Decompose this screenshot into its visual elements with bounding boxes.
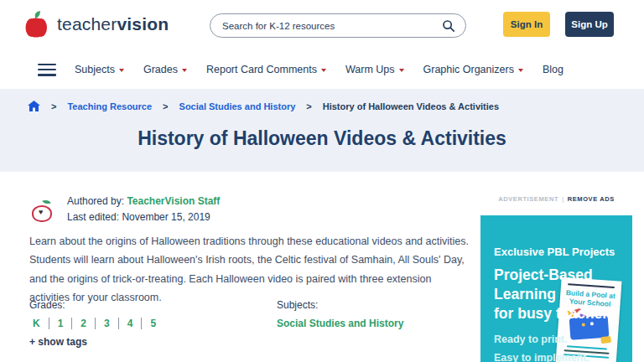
- nav-warm-ups[interactable]: Warm Ups: [345, 64, 404, 75]
- chevron-down-icon: [399, 69, 404, 72]
- breadcrumb-separator: >: [51, 101, 56, 111]
- pbl-ad-banner[interactable]: Exclusive PBL Projects Project-Based Lea…: [480, 215, 632, 362]
- breadcrumb-separator: >: [306, 101, 311, 111]
- grades-label: Grades:: [29, 299, 164, 311]
- brand-text: teachervision: [57, 14, 169, 34]
- grade-link[interactable]: 3: [95, 318, 118, 329]
- breadcrumb-separator: >: [163, 101, 168, 111]
- nav-report-card-comments[interactable]: Report Card Comments: [206, 64, 326, 75]
- author-link[interactable]: TeacherVision Staff: [127, 195, 220, 207]
- main-nav: Subjects Grades Report Card Comments War…: [0, 50, 644, 89]
- grade-link[interactable]: 2: [71, 318, 95, 329]
- hero-band: > Teaching Resource > Social Studies and…: [0, 89, 644, 172]
- breadcrumb-link-teaching-resource[interactable]: Teaching Resource: [67, 101, 152, 111]
- page: teachervision Sign In Sign Up Subjects G…: [0, 0, 644, 362]
- search-input[interactable]: [222, 21, 442, 31]
- breadcrumb-current: History of Halloween Videos & Activities: [323, 101, 499, 111]
- logo[interactable]: teachervision: [23, 8, 169, 40]
- subject-link[interactable]: Social Studies and History: [277, 318, 403, 329]
- ad-eyebrow: Exclusive PBL Projects: [494, 246, 615, 258]
- nav-subjects[interactable]: Subjects: [75, 64, 124, 75]
- sign-up-button[interactable]: Sign Up: [565, 12, 614, 37]
- sign-in-button[interactable]: Sign In: [503, 12, 550, 37]
- show-tags-toggle[interactable]: + show tags: [29, 336, 87, 348]
- grades-list: K 1 2 3 4 5: [29, 318, 164, 329]
- grade-link[interactable]: K: [29, 318, 49, 329]
- apple-logo-icon: [23, 8, 50, 40]
- ad-line-2: Easy to implement.: [494, 352, 589, 362]
- grades-block: Grades: K 1 2 3 4 5: [29, 299, 164, 329]
- search-icon[interactable]: [442, 19, 455, 33]
- nav-grades[interactable]: Grades: [143, 64, 187, 75]
- grade-link[interactable]: 1: [49, 318, 72, 329]
- ad-line-1: Ready to print.: [494, 334, 568, 345]
- search-bar: [210, 13, 466, 38]
- nav-graphic-organizers[interactable]: Graphic Organizers: [423, 64, 523, 75]
- authored-by-line: Authored by: TeacherVision Staff: [67, 194, 220, 209]
- home-icon[interactable]: [28, 101, 40, 112]
- breadcrumb-link-social-studies[interactable]: Social Studies and History: [179, 101, 296, 111]
- ad-meta-row: ADVERTISEMENT|REMOVE ADS: [480, 195, 632, 203]
- advertisement-label: ADVERTISEMENT: [498, 195, 558, 203]
- last-edited-line: Last edited: November 15, 2019: [67, 209, 220, 225]
- description-text: Learn about the origins of Halloween tra…: [29, 232, 474, 308]
- grade-link[interactable]: 4: [118, 318, 142, 329]
- ad-headline: Project-Based Learning for busy teachers: [494, 266, 616, 323]
- page-title: History of Halloween Videos & Activities: [0, 127, 644, 150]
- nav-blog[interactable]: Blog: [543, 64, 564, 75]
- chevron-down-icon: [182, 69, 187, 72]
- subjects-label: Subjects:: [277, 299, 403, 311]
- subjects-block: Subjects: Social Studies and History: [277, 299, 403, 329]
- site-header: teachervision Sign In Sign Up: [0, 0, 644, 50]
- breadcrumb: > Teaching Resource > Social Studies and…: [28, 101, 499, 112]
- author-block: ♥ Authored by: TeacherVision Staff Last …: [32, 194, 220, 225]
- chevron-down-icon: [518, 69, 523, 72]
- hamburger-menu-icon[interactable]: [38, 64, 56, 76]
- apple-author-icon: ♥: [32, 200, 55, 222]
- chevron-down-icon: [119, 69, 124, 72]
- grade-link[interactable]: 5: [141, 318, 164, 329]
- chevron-down-icon: [321, 69, 326, 72]
- remove-ads-link[interactable]: REMOVE ADS: [568, 195, 615, 203]
